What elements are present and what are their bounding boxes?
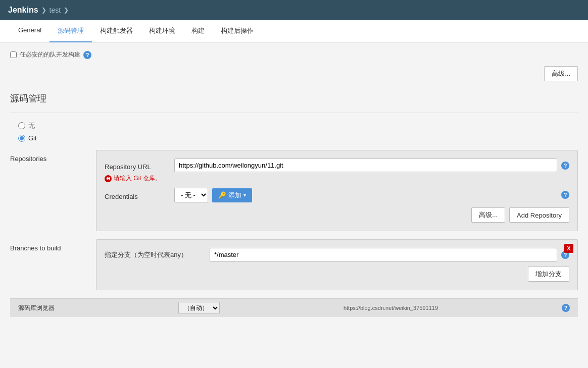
credentials-row: Credentials - 无 - 🔑 添加 ▾ <box>105 188 569 202</box>
add-branch-button[interactable]: 增加分支 <box>528 267 569 282</box>
credentials-select[interactable]: - 无 - <box>174 188 208 202</box>
breadcrumb-chevron-2: ❯ <box>64 7 69 14</box>
panel-action-buttons: 高级... Add Repository <box>105 207 569 223</box>
project-link[interactable]: test <box>50 6 61 14</box>
radio-none-label[interactable]: 无 <box>18 121 578 130</box>
add-button-label: 添加 <box>228 191 241 200</box>
repositories-label: Repositories <box>10 150 86 231</box>
add-repository-button[interactable]: Add Repository <box>509 207 569 223</box>
credentials-inner: Credentials - 无 - 🔑 添加 ▾ <box>105 188 557 202</box>
branch-input[interactable] <box>210 248 557 261</box>
tab-build-triggers[interactable]: 构建触发器 <box>92 20 141 42</box>
main-content: 任必安的的队开发构建 ? 高级... 源码管理 无 Git Repositori… <box>0 42 588 368</box>
jenkins-logo[interactable]: Jenkins <box>8 6 38 15</box>
branch-action-buttons: 增加分支 <box>105 267 569 282</box>
branch-input-row: 指定分支（为空时代表any） ? <box>105 248 569 261</box>
advanced-panel-button[interactable]: 高级... <box>471 207 505 223</box>
error-icon: ⊖ <box>105 175 112 182</box>
bottom-url: https://blog.csdn.net/weikin_37591119 <box>344 305 438 311</box>
tab-post-build[interactable]: 构建后操作 <box>213 20 262 42</box>
error-text: 请输入 Git 仓库。 <box>114 174 161 183</box>
radio-git-text: Git <box>28 134 37 142</box>
repositories-panel: Repository URL ⊖ 请输入 Git 仓库。 ? Credenti <box>96 150 578 231</box>
breadcrumb-chevron-1: ❯ <box>41 7 46 14</box>
tab-general[interactable]: General <box>10 20 50 42</box>
close-branch-button[interactable]: X <box>564 244 573 253</box>
key-icon: 🔑 <box>218 191 226 199</box>
credentials-controls: - 无 - 🔑 添加 ▾ <box>174 188 252 202</box>
tab-source-management[interactable]: 源码管理 <box>50 20 92 42</box>
section-title: 源码管理 <box>10 87 578 113</box>
help-icon-bottom[interactable]: ? <box>562 304 570 312</box>
help-icon-top[interactable]: ? <box>83 51 91 59</box>
branches-panel: X 指定分支（为空时代表any） ? 增加分支 <box>96 239 578 290</box>
checkbox-input[interactable] <box>10 51 17 58</box>
branches-label: Branches to build <box>10 239 86 290</box>
dropdown-arrow-icon: ▾ <box>243 192 246 198</box>
help-icon-url[interactable]: ? <box>561 162 569 170</box>
repo-url-input[interactable] <box>174 159 557 172</box>
radio-group: 无 Git <box>10 121 578 150</box>
credentials-help: ? <box>561 188 569 199</box>
tab-build-env[interactable]: 构建环境 <box>141 20 183 42</box>
help-icon-credentials[interactable]: ? <box>561 191 569 199</box>
bottom-bar-label: 源码库浏览器 <box>18 304 55 312</box>
repo-url-help: ? <box>561 159 569 170</box>
branches-section: Branches to build X 指定分支（为空时代表any） ? 增加分… <box>10 239 578 290</box>
advanced-button-top[interactable]: 高级... <box>544 66 578 81</box>
credentials-label: Credentials <box>105 190 170 200</box>
repo-url-row: Repository URL ⊖ 请输入 Git 仓库。 ? <box>105 159 569 183</box>
repo-url-inner: Repository URL ⊖ 请输入 Git 仓库。 <box>105 159 557 183</box>
checkbox-label: 任必安的的队开发构建 <box>20 50 80 59</box>
bottom-select[interactable]: （自动） <box>178 302 220 314</box>
tab-bar: General 源码管理 构建触发器 构建环境 构建 构建后操作 <box>0 20 588 42</box>
tab-build[interactable]: 构建 <box>183 20 213 42</box>
radio-none-text: 无 <box>28 121 35 130</box>
bottom-bar: 源码库浏览器 （自动） https://blog.csdn.net/weikin… <box>10 298 578 317</box>
repositories-section: Repositories Repository URL ⊖ 请输入 Git 仓库… <box>10 150 578 231</box>
radio-git[interactable] <box>18 135 25 142</box>
checkbox-row: 任必安的的队开发构建 ? <box>10 47 578 62</box>
advanced-row: 高级... <box>10 62 578 87</box>
error-message-row: ⊖ 请输入 Git 仓库。 <box>105 174 557 183</box>
add-credentials-button[interactable]: 🔑 添加 ▾ <box>212 188 252 202</box>
branch-input-label: 指定分支（为空时代表any） <box>105 250 206 259</box>
radio-none[interactable] <box>18 122 25 129</box>
top-nav: Jenkins ❯ test ❯ <box>0 0 588 20</box>
radio-git-label[interactable]: Git <box>18 134 578 142</box>
repo-url-label: Repository URL <box>105 160 170 171</box>
